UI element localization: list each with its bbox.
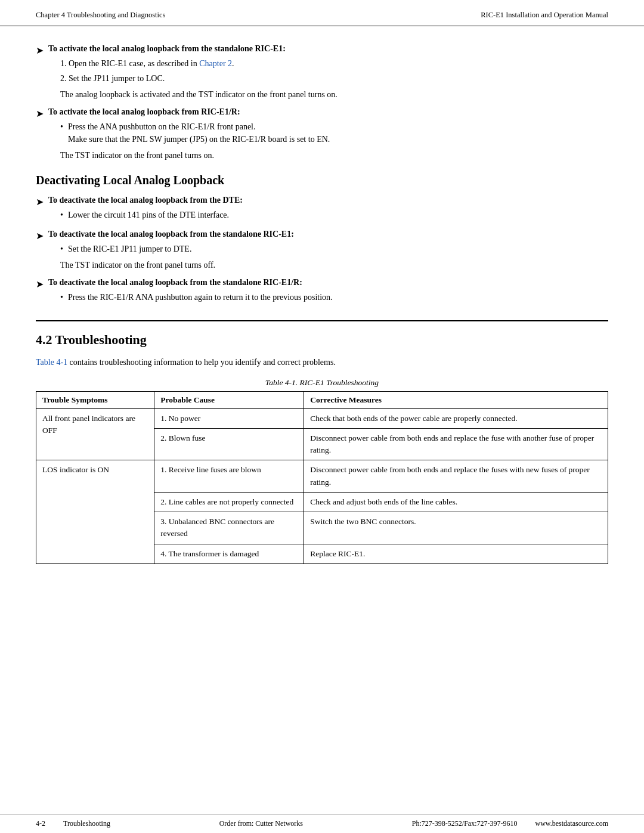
col-header-cause: Probable Cause	[154, 391, 304, 408]
activate-standalone-heading: To activate the local analog loopback fr…	[48, 44, 286, 53]
bullet-dot-4: •	[60, 291, 63, 304]
footer-left: 4-2 Troubleshooting	[36, 819, 110, 828]
deactivating-heading: Deactivating Local Analog Loopback	[36, 174, 608, 187]
table-row: LOS indicator is ON 1. Receive line fuse…	[36, 460, 608, 493]
col-header-symptoms: Trouble Symptoms	[36, 391, 154, 408]
section42-number: 4.2	[36, 332, 52, 347]
deactivate-dte-bullet-text: Lower the circuit 141 pins of the DTE in…	[68, 209, 229, 221]
deactivate-standalone-bullet: • Set the RIC-E1 JP11 jumper to DTE.	[60, 243, 608, 255]
page-header: Chapter 4 Troubleshooting and Diagnostic…	[0, 0, 644, 26]
deactivate-dte-section: ➤ To deactivate the local analog loopbac…	[36, 196, 608, 224]
step-1-text-after: .	[232, 59, 234, 68]
deactivate-standalone-heading: To deactivate the local analog loopback …	[48, 230, 294, 239]
activate-ricr-heading: To activate the local analog loopback fr…	[48, 107, 240, 116]
footer-page-num: 4-2	[36, 819, 45, 828]
intro-paragraph: Table 4-1 contains troubleshooting infor…	[36, 356, 608, 369]
bullet-dot-2: •	[60, 209, 63, 221]
deactivate-ricr-bullet: • Press the RIC-E1/R ANA pushbutton agai…	[60, 291, 608, 304]
measure-1-2: Disconnect power cable from both ends an…	[304, 428, 608, 460]
cause-2-3: 3. Unbalanced BNC connectors are reverse…	[154, 512, 304, 544]
bullet-dot-3: •	[60, 243, 63, 255]
activate-standalone-note: The analog loopback is activated and the…	[60, 88, 608, 101]
cause-2-2: 2. Line cables are not properly connecte…	[154, 492, 304, 512]
page-footer: 4-2 Troubleshooting Order from: Cutter N…	[0, 814, 644, 833]
table41-link[interactable]: Table 4-1	[36, 358, 67, 367]
footer-right-group: Ph:727-398-5252/Fax:727-397-9610 www.bes…	[412, 819, 608, 828]
section42-heading: 4.2 Troubleshooting	[36, 332, 608, 348]
main-content: ➤ To activate the local analog loopback …	[0, 26, 644, 612]
header-right: RIC-E1 Installation and Operation Manual	[481, 11, 608, 20]
deactivate-dte-content: To deactivate the local analog loopback …	[48, 196, 608, 224]
deactivate-standalone-bullet-text: Set the RIC-E1 JP11 jumper to DTE.	[68, 243, 192, 255]
footer-phone: Ph:727-398-5252/Fax:727-397-9610	[412, 819, 518, 828]
header-left: Chapter 4 Troubleshooting and Diagnostic…	[36, 11, 165, 20]
intro-part2: contains troubleshooting information to …	[67, 358, 336, 367]
step-2: Set the JP11 jumper to LOC.	[60, 72, 608, 85]
activate-ricr-bullet: • Press the ANA pushbutton on the RIC-E1…	[60, 120, 608, 145]
cause-1-1: 1. No power	[154, 408, 304, 428]
deactivate-dte-heading: To deactivate the local analog loopback …	[48, 196, 243, 205]
measure-2-3: Switch the two BNC connectors.	[304, 512, 608, 544]
deactivate-standalone-section: ➤ To deactivate the local analog loopbac…	[36, 230, 608, 272]
arrow-icon-2: ➤	[36, 108, 44, 119]
footer-order: Order from: Cutter Networks	[219, 819, 303, 828]
arrow-icon-4: ➤	[36, 230, 44, 241]
arrow-icon-1: ➤	[36, 45, 44, 56]
activate-ricr-bullet-text: Press the ANA pushbutton on the RIC-E1/R…	[68, 120, 330, 145]
activate-standalone-steps: Open the RIC-E1 case, as described in Ch…	[48, 57, 608, 85]
arrow-icon-5: ➤	[36, 278, 44, 290]
section42-title-text: Troubleshooting	[55, 332, 147, 347]
deactivate-ricr-bullet-text: Press the RIC-E1/R ANA pushbutton again …	[68, 291, 333, 304]
deactivate-standalone-content: To deactivate the local analog loopback …	[48, 230, 608, 272]
footer-website: www.bestdatasource.com	[535, 819, 608, 828]
symptom-2: LOS indicator is ON	[36, 460, 154, 564]
table-header-row: Trouble Symptoms Probable Cause Correcti…	[36, 391, 608, 408]
footer-center: Order from: Cutter Networks	[219, 819, 303, 828]
measure-2-1: Disconnect power cable from both ends an…	[304, 460, 608, 493]
deactivate-ricr-section: ➤ To deactivate the local analog loopbac…	[36, 278, 608, 306]
deactivate-ricr-heading: To deactivate the local analog loopback …	[48, 278, 302, 287]
activate-ricr-content: To activate the local analog loopback fr…	[48, 107, 608, 162]
deactivate-ricr-content: To deactivate the local analog loopback …	[48, 278, 608, 306]
symptom-1: All front panel indicators are OFF	[36, 408, 154, 460]
cause-2-1: 1. Receive line fuses are blown	[154, 460, 304, 493]
col-header-measures: Corrective Measures	[304, 391, 608, 408]
measure-1-1: Check that both ends of the power cable …	[304, 408, 608, 428]
activate-standalone-section: ➤ To activate the local analog loopback …	[36, 44, 608, 101]
measure-2-2: Check and adjust both ends of the line c…	[304, 492, 608, 512]
measure-2-4: Replace RIC-E1.	[304, 544, 608, 563]
cause-2-4: 4. The transformer is damaged	[154, 544, 304, 563]
activate-standalone-content: To activate the local analog loopback fr…	[48, 44, 608, 101]
troubleshooting-table: Trouble Symptoms Probable Cause Correcti…	[36, 391, 608, 564]
activate-ricr-note: The TST indicator on the front panel tur…	[60, 149, 608, 162]
cause-1-2: 2. Blown fuse	[154, 428, 304, 460]
step-1-text-before: Open the RIC-E1 case, as described in	[69, 59, 199, 68]
activate-ricr-section: ➤ To activate the local analog loopback …	[36, 107, 608, 162]
step-1: Open the RIC-E1 case, as described in Ch…	[60, 57, 608, 70]
deactivate-standalone-note: The TST indicator on the front panel tur…	[60, 259, 608, 272]
table-row: All front panel indicators are OFF 1. No…	[36, 408, 608, 428]
footer-section: Troubleshooting	[63, 819, 110, 828]
chapter2-link[interactable]: Chapter 2	[199, 59, 232, 68]
deactivate-dte-bullet: • Lower the circuit 141 pins of the DTE …	[60, 209, 608, 221]
bullet-dot-1: •	[60, 120, 63, 133]
table-caption: Table 4-1. RIC-E1 Troubleshooting	[36, 378, 608, 388]
arrow-icon-3: ➤	[36, 196, 44, 208]
section-divider	[36, 320, 608, 321]
page: Chapter 4 Troubleshooting and Diagnostic…	[0, 0, 644, 833]
